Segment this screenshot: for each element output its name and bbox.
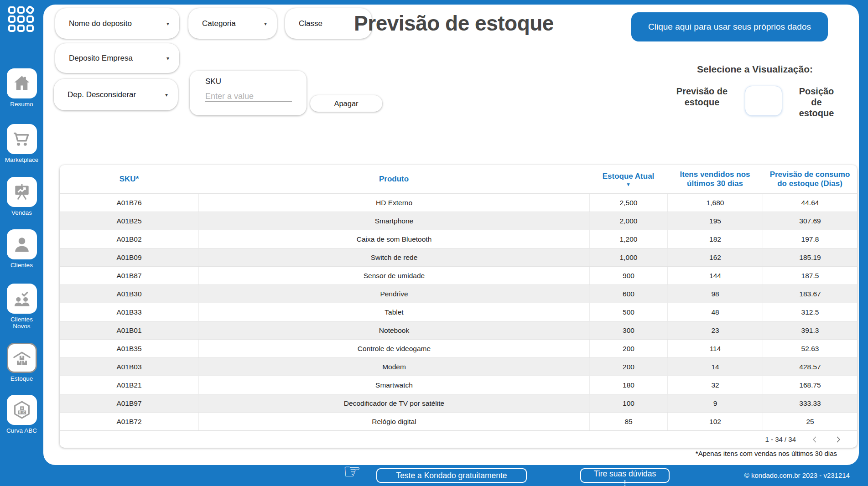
- table-cell-vendidos-30-dias: 32: [667, 376, 763, 394]
- svg-text:C: C: [23, 411, 25, 414]
- sidebar-item-resumo[interactable]: Resumo: [0, 68, 43, 108]
- sidebar-item-label: Curva ABC: [3, 427, 41, 434]
- sidebar-item-label: Marketplace: [3, 156, 41, 163]
- filter-dep-desconsiderar[interactable]: Dep. Desconsiderar ▾: [54, 79, 178, 110]
- table-cell-estoque-atual: 180: [589, 376, 667, 394]
- sidebar: ResumoMarketplaceVendasClientesClientes …: [0, 0, 43, 465]
- table-cell-produto: HD Externo: [198, 194, 589, 212]
- table-cell-previsao-dias: 183.67: [763, 285, 857, 303]
- column-header-produto[interactable]: Produto: [198, 165, 589, 193]
- column-header-sku[interactable]: SKU*: [60, 165, 198, 193]
- table-cell-estoque-atual: 100: [589, 394, 667, 412]
- table-cell-vendidos-30-dias: 1,680: [667, 194, 763, 212]
- table-row: A01B09Switch de rede1,000162185.19: [60, 248, 857, 266]
- svg-text:A: A: [21, 407, 23, 410]
- table-cell-previsao-dias: 307.69: [763, 212, 857, 230]
- table-cell-sku: A01B87: [60, 267, 198, 284]
- table-cell-vendidos-30-dias: 14: [667, 358, 763, 376]
- sort-descending-icon: ▾: [627, 182, 630, 186]
- filter-sku-card: SKU: [190, 71, 307, 115]
- cart-icon: [7, 124, 37, 154]
- table-cell-sku: A01B35: [60, 340, 198, 357]
- filter-categoria[interactable]: Categoria ▾: [188, 8, 277, 39]
- footer-bar: ☞ Teste a Kondado gratuitamente Tire sua…: [0, 465, 868, 486]
- table-cell-sku: A01B76: [60, 194, 198, 212]
- column-header-previsao-consumo[interactable]: Previsão de consumo do estoque (Dias): [763, 165, 857, 193]
- table-row: A01B25Smartphone2,000195307.69: [60, 212, 857, 230]
- chevron-right-icon: [833, 434, 843, 445]
- sidebar-item-estoque[interactable]: Estoque: [0, 343, 43, 382]
- table-row: A01B33Tablet50048312.5: [60, 303, 857, 321]
- teste-kondado-button[interactable]: Teste a Kondado gratuitamente: [376, 468, 527, 483]
- pointing-hand-icon: ☞: [343, 460, 361, 483]
- sidebar-item-label: Resumo: [3, 101, 41, 108]
- filter-label: Nome do deposito: [69, 19, 132, 28]
- table-cell-produto: Notebook: [198, 321, 589, 339]
- table-cell-estoque-atual: 2,500: [589, 194, 667, 212]
- view-option-previsao: Previsão de estoque: [672, 86, 732, 108]
- sidebar-item-vendas[interactable]: Vendas: [0, 177, 43, 216]
- table-cell-previsao-dias: 185.19: [763, 248, 857, 266]
- table-cell-previsao-dias: 25: [763, 413, 857, 430]
- table-cell-estoque-atual: 1,000: [589, 248, 667, 266]
- column-header-itens-vendidos[interactable]: Itens vendidos nos últimos 30 dias: [667, 165, 763, 193]
- filter-nome-do-deposito[interactable]: Nome do deposito ▾: [55, 8, 179, 39]
- table-cell-produto: Smartwatch: [198, 376, 589, 394]
- table-cell-vendidos-30-dias: 48: [667, 303, 763, 321]
- table-cell-estoque-atual: 1,200: [589, 230, 667, 248]
- table-row: A01B97Decodificador de TV por satélite10…: [60, 394, 857, 412]
- table-cell-vendidos-30-dias: 9: [667, 394, 763, 412]
- home-icon: [7, 68, 37, 98]
- table-cell-estoque-atual: 600: [589, 285, 667, 303]
- table-header-row: SKU* Produto Estoque Atual ▾ Itens vendi…: [60, 165, 857, 193]
- sidebar-item-clientes-novos[interactable]: Clientes Novos: [0, 284, 43, 330]
- sidebar-item-clientes[interactable]: Clientes: [0, 229, 43, 269]
- table-cell-produto: Tablet: [198, 303, 589, 321]
- dashboard-page: ResumoMarketplaceVendasClientesClientes …: [0, 0, 868, 486]
- filter-label: Dep. Desconsiderar: [68, 90, 136, 99]
- table-row: A01B76HD Externo2,5001,68044.64: [60, 193, 857, 212]
- view-toggle-button[interactable]: [745, 86, 782, 116]
- table-cell-sku: A01B02: [60, 230, 198, 248]
- previous-page-button[interactable]: [810, 434, 820, 445]
- table-cell-vendidos-30-dias: 98: [667, 285, 763, 303]
- table-cell-previsao-dias: 52.63: [763, 340, 857, 357]
- table-cell-sku: A01B33: [60, 303, 198, 321]
- sku-input[interactable]: [205, 92, 292, 102]
- sales-board-icon: [7, 177, 37, 207]
- table-cell-vendidos-30-dias: 23: [667, 321, 763, 339]
- table-cell-sku: A01B03: [60, 358, 198, 376]
- tire-duvidas-button[interactable]: Tire suas dúvidas !: [580, 468, 670, 483]
- table-cell-previsao-dias: 187.5: [763, 267, 857, 284]
- table-cell-produto: Controle de videogame: [198, 340, 589, 357]
- table-row: A01B87Sensor de umidade900144187.5: [60, 266, 857, 284]
- filter-deposito-empresa[interactable]: Deposito Empresa ▾: [55, 43, 179, 73]
- table-cell-produto: Decodificador de TV por satélite: [198, 394, 589, 412]
- table-cell-estoque-atual: 200: [589, 340, 667, 357]
- table-cell-previsao-dias: 391.3: [763, 321, 857, 339]
- table-cell-sku: A01B30: [60, 285, 198, 303]
- table-cell-produto: Relógio digital: [198, 413, 589, 430]
- table-body: A01B76HD Externo2,5001,68044.64A01B25Sma…: [60, 193, 857, 430]
- apagar-button[interactable]: Apagar: [310, 95, 382, 112]
- sidebar-item-marketplace[interactable]: Marketplace: [0, 124, 43, 163]
- next-page-button[interactable]: [833, 434, 843, 445]
- table-footnote: *Apenas itens com vendas nos últimos 30 …: [696, 450, 837, 457]
- table-row: A01B02Caixa de som Bluetooth1,200182197.…: [60, 230, 857, 248]
- abc-curve-icon: ABC: [7, 395, 37, 425]
- copyright-text: © kondado.com.br 2023 - v231214: [744, 465, 850, 486]
- use-own-data-button[interactable]: Clique aqui para usar seus próprios dado…: [631, 12, 828, 41]
- table-cell-estoque-atual: 200: [589, 358, 667, 376]
- column-header-estoque-atual[interactable]: Estoque Atual ▾: [589, 165, 667, 193]
- sidebar-item-curva-abc[interactable]: ABCCurva ABC: [0, 395, 43, 434]
- table-cell-vendidos-30-dias: 102: [667, 413, 763, 430]
- table-cell-vendidos-30-dias: 182: [667, 230, 763, 248]
- table-cell-previsao-dias: 168.75: [763, 376, 857, 394]
- table-cell-vendidos-30-dias: 195: [667, 212, 763, 230]
- view-selector: Selecione a Visualização: Previsão de es…: [655, 64, 855, 119]
- table-cell-estoque-atual: 85: [589, 413, 667, 430]
- kondado-logo-icon: [8, 6, 34, 32]
- table-row: A01B72Relógio digital8510225: [60, 412, 857, 430]
- pagination: 1 - 34 / 34: [60, 430, 857, 448]
- table-row: A01B35Controle de videogame20011452.63: [60, 339, 857, 357]
